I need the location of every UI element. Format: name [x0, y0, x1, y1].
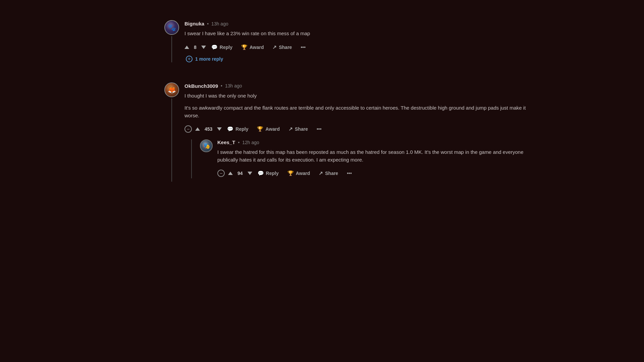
more-icon-kees: ••• — [347, 171, 352, 176]
minus-icon-okbunch: − — [187, 126, 190, 132]
award-icon-bignuka: 🏆 — [241, 44, 248, 50]
share-label-bignuka: Share — [279, 45, 292, 50]
share-label-okbunch: Share — [295, 126, 308, 132]
award-btn-kees[interactable]: 🏆 Award — [284, 168, 314, 178]
comment-meta-kees: Kees_T • 12h ago — [217, 139, 533, 145]
downvote-bignuka[interactable] — [201, 46, 206, 49]
comment-left-bignuka — [164, 20, 179, 62]
reply-comment-kees: Kees_T • 12h ago I swear the hatred for … — [200, 139, 533, 178]
username-okbunch[interactable]: OkBunch3009 — [184, 83, 218, 89]
dot-bignuka: • — [207, 21, 209, 26]
timestamp-bignuka: 13h ago — [211, 21, 228, 26]
reply-btn-bignuka[interactable]: 💬 Reply — [208, 42, 236, 52]
dot-kees: • — [238, 140, 239, 145]
downvote-okbunch[interactable] — [217, 127, 222, 131]
comment-text-kees: I swear the hatred for this map has been… — [217, 148, 533, 164]
reply-btn-kees[interactable]: 💬 Reply — [254, 168, 282, 178]
reply-body-kees: Kees_T • 12h ago I swear the hatred for … — [217, 139, 533, 178]
downvote-kees[interactable] — [248, 172, 252, 175]
award-label-kees: Award — [296, 171, 310, 176]
reply-icon-okbunch: 💬 — [227, 126, 233, 132]
dot-okbunch: • — [221, 83, 222, 88]
reply-left-kees — [200, 139, 213, 178]
more-icon-okbunch: ••• — [317, 126, 322, 132]
comment-left-okbunch — [164, 82, 179, 182]
thread-line-bignuka — [171, 36, 172, 62]
timestamp-kees: 12h ago — [242, 140, 259, 145]
award-label-okbunch: Award — [265, 126, 280, 132]
vote-count-okbunch: 453 — [203, 126, 214, 132]
vote-count-kees: 94 — [236, 171, 244, 176]
more-btn-kees[interactable]: ••• — [343, 169, 355, 178]
more-btn-okbunch[interactable]: ••• — [313, 124, 325, 134]
share-icon-okbunch: ↗ — [288, 126, 293, 132]
comment-text-bignuka: I swear I have like a 23% win rate on th… — [184, 30, 533, 38]
reply-label-kees: Reply — [266, 171, 279, 176]
avatar-bignuka[interactable] — [164, 20, 179, 35]
minus-icon-kees: − — [220, 171, 222, 176]
upvote-kees[interactable] — [228, 172, 233, 175]
award-icon-kees: 🏆 — [287, 170, 294, 176]
action-bar-kees: − 94 💬 Reply — [217, 168, 533, 178]
collapse-btn-kees[interactable]: − — [217, 170, 225, 177]
more-icon-bignuka: ••• — [301, 45, 306, 50]
more-replies-label-bignuka: 1 more reply — [195, 56, 223, 62]
plus-icon-bignuka: + — [187, 56, 191, 62]
reply-label-okbunch: Reply — [235, 126, 248, 132]
share-icon-bignuka: ↗ — [272, 44, 277, 50]
action-bar-bignuka: 8 💬 Reply 🏆 Award ↗ Share — [184, 42, 533, 52]
share-btn-kees[interactable]: ↗ Share — [315, 168, 341, 178]
award-label-bignuka: Award — [250, 45, 264, 50]
award-btn-bignuka[interactable]: 🏆 Award — [238, 42, 267, 52]
vote-wrapper-kees: 94 — [228, 171, 252, 176]
upvote-okbunch[interactable] — [195, 127, 200, 131]
thread-line-okbunch — [171, 99, 172, 182]
comment-text1-okbunch: I thought I was the only one holy — [184, 92, 533, 100]
comment-okbunch: OkBunch3009 • 13h ago I thought I was th… — [164, 82, 533, 182]
more-replies-bignuka[interactable]: + 1 more reply — [186, 56, 533, 62]
comment-meta-okbunch: OkBunch3009 • 13h ago — [184, 83, 533, 89]
action-bar-okbunch: − 453 💬 Reply 🏆 Award — [184, 124, 533, 134]
upvote-bignuka[interactable] — [184, 46, 189, 49]
username-bignuka[interactable]: Bignuka — [184, 21, 204, 26]
collapse-btn-okbunch[interactable]: − — [184, 125, 192, 133]
timestamp-okbunch: 13h ago — [225, 83, 242, 88]
reply-icon-kees: 💬 — [258, 170, 264, 176]
comment-thread-2: OkBunch3009 • 13h ago I thought I was th… — [164, 82, 533, 182]
spacer-1 — [164, 72, 533, 82]
avatar-okbunch[interactable] — [164, 82, 179, 97]
reply-icon-bignuka: 💬 — [211, 44, 218, 50]
share-btn-okbunch[interactable]: ↗ Share — [285, 124, 311, 134]
share-icon-kees: ↗ — [319, 170, 323, 176]
more-replies-circle-bignuka: + — [186, 56, 193, 62]
reply-section-kees: Kees_T • 12h ago I swear the hatred for … — [191, 139, 533, 178]
award-btn-okbunch[interactable]: 🏆 Award — [254, 124, 283, 134]
reply-btn-okbunch[interactable]: 💬 Reply — [224, 124, 252, 134]
more-btn-bignuka[interactable]: ••• — [297, 43, 309, 52]
share-label-kees: Share — [325, 171, 338, 176]
reply-label-bignuka: Reply — [220, 45, 232, 50]
username-kees[interactable]: Kees_T — [217, 139, 235, 145]
comment-bignuka: Bignuka • 13h ago I swear I have like a … — [164, 20, 533, 62]
share-btn-bignuka[interactable]: ↗ Share — [269, 42, 295, 52]
comment-body-okbunch: OkBunch3009 • 13h ago I thought I was th… — [184, 82, 533, 182]
comments-container: Bignuka • 13h ago I swear I have like a … — [104, 0, 540, 205]
comment-meta-bignuka: Bignuka • 13h ago — [184, 21, 533, 26]
comment-body-bignuka: Bignuka • 13h ago I swear I have like a … — [184, 20, 533, 62]
comment-text2-okbunch: It's so awkwardly compact and the flank … — [184, 104, 533, 119]
avatar-kees[interactable] — [200, 139, 213, 152]
award-icon-okbunch: 🏆 — [257, 126, 263, 132]
comment-thread-1: Bignuka • 13h ago I swear I have like a … — [164, 20, 533, 62]
vote-wrapper-okbunch: 453 — [195, 126, 222, 132]
vote-count-bignuka: 8 — [193, 45, 198, 50]
vote-wrapper-bignuka: 8 — [184, 45, 206, 50]
